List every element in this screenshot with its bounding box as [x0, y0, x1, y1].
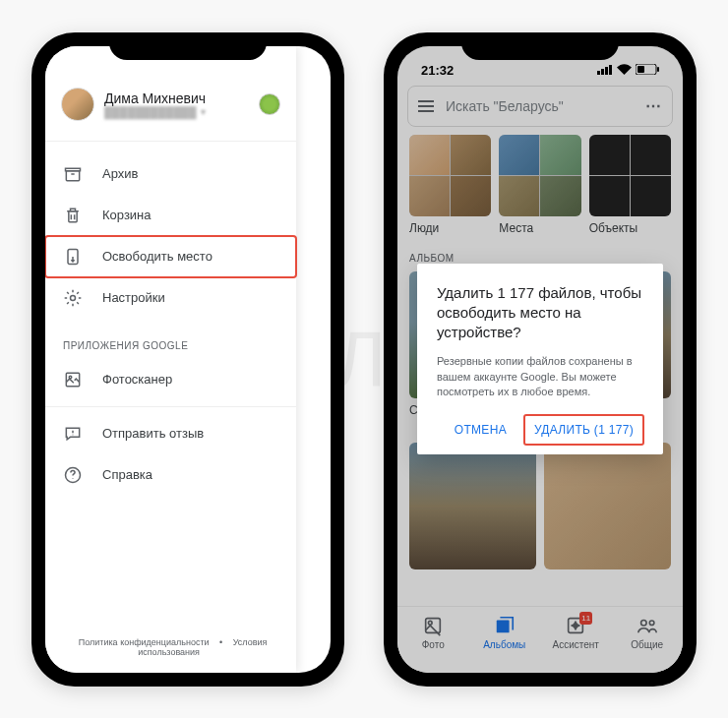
- archive-icon: [63, 164, 83, 184]
- menu-label: Справка: [102, 467, 152, 482]
- dot: •: [215, 637, 226, 647]
- photoscan-icon: [63, 370, 83, 389]
- phone-right: 21:32 Искать "Беларусь" ⋯: [384, 32, 697, 687]
- divider: [45, 141, 296, 142]
- avatar[interactable]: [61, 88, 94, 121]
- user-info: Дима Михневич ████████████ ▾: [104, 90, 259, 118]
- link-privacy[interactable]: Политика конфиденциальности: [75, 637, 213, 647]
- screen-albums: 21:32 Искать "Беларусь" ⋯: [397, 46, 683, 673]
- menu-label: Освободить место: [102, 249, 212, 264]
- phone-left: Дима Михневич ████████████ ▾ Архив: [31, 32, 344, 687]
- modal-overlay: Удалить 1 177 файлов, чтобы освободить м…: [397, 46, 683, 673]
- dialog-actions: ОТМЕНА УДАЛИТЬ (1 177): [437, 415, 643, 445]
- menu-item-settings[interactable]: Настройки: [45, 277, 296, 319]
- drawer-header[interactable]: Дима Михневич ████████████ ▾: [45, 46, 296, 135]
- screen-drawer: Дима Михневич ████████████ ▾ Архив: [45, 46, 331, 673]
- menu-item-help[interactable]: Справка: [45, 454, 296, 496]
- chevron-down-icon[interactable]: ▾: [201, 106, 206, 117]
- menu-main: Архив Корзина Освободить место: [45, 148, 296, 325]
- delete-button[interactable]: УДАЛИТЬ (1 177): [524, 415, 643, 445]
- cancel-button[interactable]: ОТМЕНА: [445, 415, 516, 445]
- svg-point-4: [69, 376, 72, 379]
- footer-links: Политика конфиденциальности • Условия ис…: [45, 622, 296, 673]
- feedback-icon: [63, 424, 83, 444]
- help-icon: [63, 465, 83, 485]
- nav-drawer: Дима Михневич ████████████ ▾ Архив: [45, 46, 296, 673]
- dialog-title: Удалить 1 177 файлов, чтобы освободить м…: [437, 283, 643, 343]
- account-switch-badge[interactable]: [259, 93, 280, 115]
- svg-rect-0: [66, 170, 79, 180]
- dialog-body: Резервные копии файлов сохранены в вашем…: [437, 354, 643, 399]
- menu-item-feedback[interactable]: Отправить отзыв: [45, 413, 296, 454]
- menu-label: Корзина: [102, 208, 152, 222]
- divider: [45, 406, 296, 407]
- gear-icon: [63, 288, 83, 308]
- menu-item-archive[interactable]: Архив: [45, 153, 296, 195]
- menu-label: Архив: [102, 166, 138, 181]
- free-up-space-icon: [63, 247, 83, 267]
- section-google-apps: ПРИЛОЖЕНИЯ GOOGLE: [45, 325, 296, 359]
- svg-point-2: [71, 295, 76, 300]
- menu-label: Фотосканер: [102, 372, 172, 387]
- user-email: ████████████ ▾: [104, 106, 259, 118]
- dialog-free-up-space: Удалить 1 177 файлов, чтобы освободить м…: [417, 264, 663, 455]
- menu-item-photoscan[interactable]: Фотосканер: [45, 359, 296, 400]
- menu-label: Настройки: [102, 290, 165, 305]
- user-name: Дима Михневич: [104, 90, 259, 106]
- menu-label: Отправить отзыв: [102, 426, 204, 441]
- menu-item-trash[interactable]: Корзина: [45, 195, 296, 236]
- menu-item-free-up-space[interactable]: Освободить место: [45, 236, 296, 277]
- trash-icon: [63, 206, 83, 225]
